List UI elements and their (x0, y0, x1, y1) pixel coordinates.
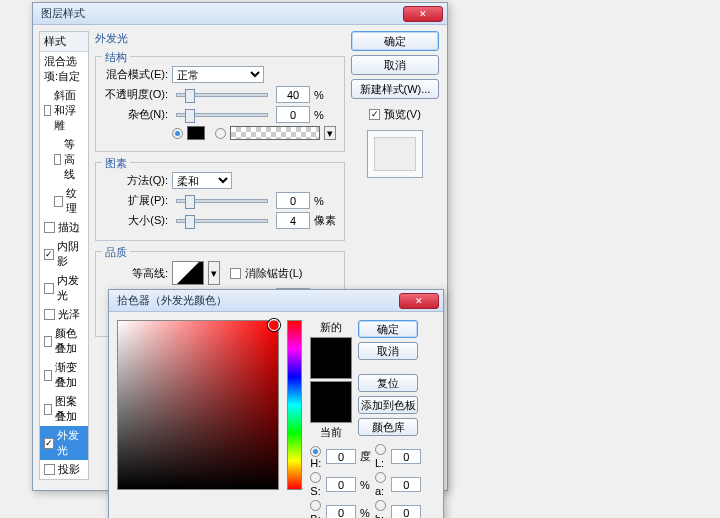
style-item-selected[interactable]: 外发光 (40, 426, 88, 460)
color-gradient-radio[interactable] (215, 128, 226, 139)
label-new: 新的 (320, 320, 342, 335)
anti-alias-checkbox[interactable] (230, 268, 241, 279)
l-radio[interactable] (375, 444, 386, 455)
noise-input[interactable] (276, 106, 310, 123)
checkbox[interactable] (44, 370, 52, 381)
checkbox[interactable] (44, 464, 55, 475)
label-contour: 等高线: (104, 266, 168, 281)
style-item[interactable]: 内阴影 (40, 237, 88, 271)
picker-title: 拾色器（外发光颜色） (117, 293, 227, 308)
label-blendmode: 混合模式(E): (104, 67, 168, 82)
opacity-input[interactable] (276, 86, 310, 103)
picker-cancel-button[interactable]: 取消 (358, 342, 418, 360)
unit-pct: % (314, 195, 324, 207)
opacity-slider[interactable] (176, 93, 268, 97)
picker-ok-button[interactable]: 确定 (358, 320, 418, 338)
style-item[interactable]: 内发光 (40, 271, 88, 305)
noise-slider[interactable] (176, 113, 268, 117)
style-item[interactable]: 渐变叠加 (40, 358, 88, 392)
checkbox[interactable] (54, 154, 61, 165)
gradient-dropdown-icon[interactable]: ▾ (324, 126, 336, 140)
label-anti: 消除锯齿(L) (245, 266, 302, 281)
checkbox[interactable] (44, 105, 51, 116)
style-item[interactable]: 描边 (40, 218, 88, 237)
color-solid-radio[interactable] (172, 128, 183, 139)
technique-select[interactable]: 柔和 (172, 172, 232, 189)
styles-header: 样式 (40, 32, 88, 52)
l-input[interactable] (391, 449, 421, 464)
cancel-button[interactable]: 取消 (351, 55, 439, 75)
style-item[interactable]: 图案叠加 (40, 392, 88, 426)
picker-reset-button[interactable]: 复位 (358, 374, 418, 392)
checkbox[interactable] (44, 222, 55, 233)
ok-button[interactable]: 确定 (351, 31, 439, 51)
current-color-swatch[interactable] (310, 381, 352, 423)
size-input[interactable] (276, 212, 310, 229)
bv-input[interactable] (326, 505, 356, 518)
spread-input[interactable] (276, 192, 310, 209)
a-input[interactable] (391, 477, 421, 492)
checkbox[interactable] (44, 336, 52, 347)
label-spread: 扩展(P): (104, 193, 168, 208)
new-style-button[interactable]: 新建样式(W)... (351, 79, 439, 99)
style-item[interactable]: 颜色叠加 (40, 324, 88, 358)
gradient-picker[interactable] (230, 126, 320, 140)
spread-slider[interactable] (176, 199, 268, 203)
style-list: 样式 混合选项:自定 斜面和浮雕 等高线 纹理 描边 内阴影 内发光 光泽 颜色… (39, 31, 89, 480)
checkbox[interactable] (44, 438, 54, 449)
checkbox[interactable] (54, 196, 63, 207)
s-radio[interactable] (310, 472, 321, 483)
close-button[interactable]: ✕ (403, 6, 443, 22)
blendmode-select[interactable]: 正常 (172, 66, 264, 83)
color-field[interactable] (117, 320, 279, 490)
style-item[interactable]: 投影 (40, 460, 88, 479)
size-slider[interactable] (176, 219, 268, 223)
window-title: 图层样式 (41, 6, 85, 21)
label-opacity: 不透明度(O): (104, 87, 168, 102)
checkbox[interactable] (44, 404, 52, 415)
group-quality: 品质 (102, 245, 130, 260)
preview-box (367, 130, 423, 178)
picker-close-button[interactable]: ✕ (399, 293, 439, 309)
unit-pct: % (314, 109, 324, 121)
color-swatch[interactable] (187, 126, 205, 140)
new-color-swatch (310, 337, 352, 379)
label-preview: 预览(V) (384, 107, 421, 122)
hue-slider[interactable] (287, 320, 302, 490)
contour-picker[interactable] (172, 261, 204, 285)
s-input[interactable] (326, 477, 356, 492)
label-noise: 杂色(N): (104, 107, 168, 122)
label-current: 当前 (320, 425, 342, 440)
label-technique: 方法(Q): (104, 173, 168, 188)
panel-title: 外发光 (95, 31, 345, 46)
color-lib-button[interactable]: 颜色库 (358, 418, 418, 436)
h-input[interactable] (326, 449, 356, 464)
add-swatch-button[interactable]: 添加到色板 (358, 396, 418, 414)
bv-radio[interactable] (310, 500, 321, 511)
checkbox[interactable] (44, 283, 54, 294)
checkbox[interactable] (44, 249, 54, 260)
h-radio[interactable] (310, 446, 321, 457)
style-item[interactable]: 光泽 (40, 305, 88, 324)
style-item[interactable]: 等高线 (40, 135, 88, 184)
group-elements: 图素 (102, 156, 130, 171)
unit-px: 像素 (314, 213, 336, 228)
style-item[interactable]: 斜面和浮雕 (40, 86, 88, 135)
group-structure: 结构 (102, 50, 130, 65)
preview-checkbox[interactable] (369, 109, 380, 120)
contour-dropdown-icon[interactable]: ▾ (208, 261, 220, 285)
lab-b-input[interactable] (391, 505, 421, 518)
blend-options[interactable]: 混合选项:自定 (40, 52, 88, 86)
b-radio[interactable] (375, 500, 386, 511)
checkbox[interactable] (44, 309, 55, 320)
a-radio[interactable] (375, 472, 386, 483)
label-size: 大小(S): (104, 213, 168, 228)
unit-pct: % (314, 89, 324, 101)
style-item[interactable]: 纹理 (40, 184, 88, 218)
